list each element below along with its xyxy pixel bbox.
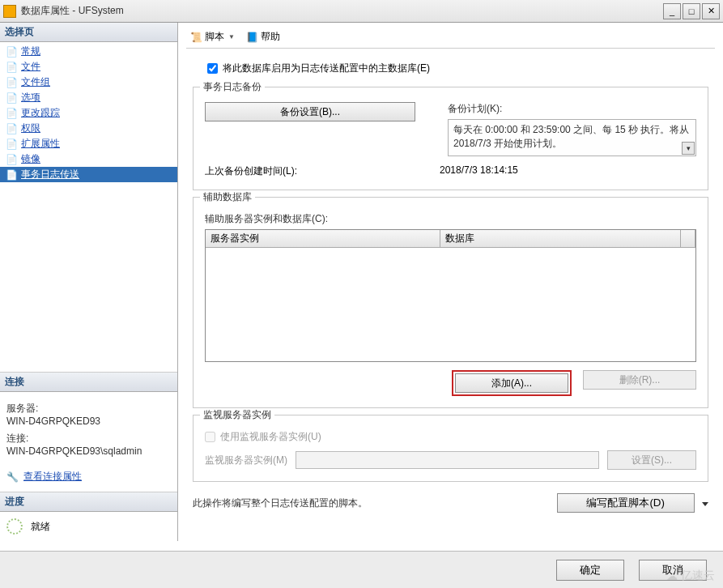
server-label: 服务器: (6, 402, 171, 415)
sidebar: 选择页 📄 常规 📄 文件 📄 文件组 📄 选项 📄 更改跟踪 (0, 23, 178, 541)
page-icon: 📄 (5, 153, 18, 166)
close-button[interactable]: ✕ (702, 3, 720, 19)
enable-primary-label: 将此数据库启用为日志传送配置中的主数据库(E) (223, 62, 430, 75)
secondary-grid: 服务器实例 数据库 (205, 229, 696, 362)
page-icon: 📄 (5, 168, 18, 181)
sidebar-item-files[interactable]: 📄 文件 (0, 59, 177, 75)
content-body: 将此数据库启用为日志传送配置中的主数据库(E) 事务日志备份 备份设置(B)..… (186, 49, 715, 513)
enable-primary-row: 将此数据库启用为日志传送配置中的主数据库(E) (207, 62, 708, 75)
script-label: 脚本 (205, 30, 224, 44)
content-toolbar: 📜 脚本 ▼ 📘 帮助 (186, 26, 715, 49)
sidebar-item-label: 镜像 (21, 152, 40, 166)
secondary-legend: 辅助数据库 (200, 190, 255, 204)
use-monitor-checkbox (205, 432, 215, 442)
cancel-button[interactable]: 取消 (639, 560, 707, 581)
col-spacer (681, 230, 695, 247)
spinner-icon (6, 518, 23, 535)
conn-label: 连接: (6, 432, 171, 445)
sidebar-item-label: 常规 (21, 45, 40, 58)
monitor-legend: 监视服务器实例 (200, 408, 274, 422)
sidebar-item-filegroups[interactable]: 📄 文件组 (0, 75, 177, 90)
progress-area: 就绪 (0, 512, 177, 541)
schedule-box: 每天在 0:00:00 和 23:59:00 之间、每 15 秒 执行。将从 2… (448, 119, 696, 156)
sidebar-item-label: 选项 (21, 91, 40, 104)
sidebar-item-label: 文件 (21, 60, 40, 74)
titlebar: 数据库属性 - UFSystem _ □ ✕ (0, 0, 723, 23)
write-script-button[interactable]: 编写配置脚本(D) (557, 493, 695, 513)
ok-button[interactable]: 确定 (556, 560, 624, 581)
page-icon: 📄 (5, 92, 18, 104)
connection-info: 服务器: WIN-D4GRPQKED93 连接: WIN-D4GRPQKED93… (0, 392, 177, 462)
properties-icon: 🔧 (6, 471, 19, 483)
connection-header: 连接 (0, 373, 177, 392)
backup-settings-button[interactable]: 备份设置(B)... (205, 102, 415, 121)
maximize-button[interactable]: □ (683, 3, 700, 19)
grid-header: 服务器实例 数据库 (206, 230, 695, 248)
window-title: 数据库属性 - UFSystem (21, 4, 663, 18)
page-icon: 📄 (5, 76, 18, 89)
txlog-backup-group: 事务日志备份 备份设置(B)... 备份计划(K): 每天在 0:00:00 和… (193, 87, 708, 190)
sidebar-item-permissions[interactable]: 📄 权限 (0, 121, 177, 136)
page-icon: 📄 (5, 61, 18, 74)
conn-value: WIN-D4GRPQKED93\sqladmin (6, 445, 171, 457)
window-buttons: _ □ ✕ (663, 3, 720, 19)
footer: 确定 取消 (0, 551, 723, 588)
sidebar-item-label: 权限 (21, 121, 40, 135)
page-icon: 📄 (5, 122, 18, 135)
script-button[interactable]: 📜 脚本 ▼ (186, 28, 239, 46)
sidebar-item-extendedprops[interactable]: 📄 扩展属性 (0, 136, 177, 151)
progress-header: 进度 (0, 492, 177, 512)
write-script-label: 编写配置脚本(D) (586, 496, 665, 510)
secondary-label: 辅助服务器实例和数据库(C): (205, 212, 696, 226)
monitor-input (296, 451, 599, 469)
select-page-header: 选择页 (0, 23, 177, 42)
monitor-settings-button: 设置(S)... (607, 450, 696, 470)
note-text: 此操作将编写整个日志传送配置的脚本。 (193, 496, 368, 510)
sidebar-item-label: 更改跟踪 (21, 106, 60, 120)
page-icon: 📄 (5, 45, 18, 58)
col-instance: 服务器实例 (206, 230, 440, 247)
sidebar-item-label: 事务日志传送 (21, 168, 79, 181)
delete-button: 删除(R)... (583, 370, 696, 390)
txlog-legend: 事务日志备份 (200, 80, 265, 94)
monitor-group: 监视服务器实例 使用监视服务器实例(U) 监视服务器实例(M) 设置(S)... (193, 415, 708, 482)
minimize-button[interactable]: _ (663, 3, 681, 19)
help-label: 帮助 (261, 30, 280, 44)
page-icon: 📄 (5, 107, 18, 120)
server-value: WIN-D4GRPQKED93 (6, 415, 171, 427)
schedule-text: 每天在 0:00:00 和 23:59:00 之间、每 15 秒 执行。将从 2… (453, 124, 689, 149)
view-connection-props[interactable]: 🔧 查看连接属性 (6, 470, 171, 484)
monitor-label: 监视服务器实例(M) (205, 454, 287, 467)
sidebar-item-changetracking[interactable]: 📄 更改跟踪 (0, 105, 177, 121)
chevron-down-icon[interactable] (702, 502, 708, 506)
sidebar-item-general[interactable]: 📄 常规 (0, 44, 177, 59)
script-icon: 📜 (190, 32, 202, 43)
view-props-link: 查看连接属性 (23, 470, 82, 484)
use-monitor-label: 使用监视服务器实例(U) (220, 430, 321, 444)
sidebar-item-label: 扩展属性 (21, 137, 60, 151)
app-icon (3, 5, 16, 18)
help-button[interactable]: 📘 帮助 (242, 28, 284, 46)
content: 📜 脚本 ▼ 📘 帮助 将此数据库启用为日志传送配置中的主数据库(E) 事务日志… (178, 23, 723, 541)
page-list: 📄 常规 📄 文件 📄 文件组 📄 选项 📄 更改跟踪 📄 权限 (0, 42, 177, 184)
chevron-down-icon: ▼ (228, 33, 235, 40)
secondary-db-group: 辅助数据库 辅助服务器实例和数据库(C): 服务器实例 数据库 添加(A)...… (193, 197, 708, 408)
grid-body[interactable] (206, 248, 695, 361)
last-backup-value: 2018/7/3 18:14:15 (440, 164, 518, 178)
add-button[interactable]: 添加(A)... (455, 373, 568, 393)
scroll-down-icon[interactable]: ▾ (682, 142, 695, 155)
last-backup-label: 上次备份创建时间(L): (205, 164, 440, 178)
progress-status: 就绪 (31, 520, 50, 534)
sidebar-item-logshipping[interactable]: 📄 事务日志传送 (0, 167, 177, 182)
sidebar-item-label: 文件组 (21, 75, 50, 89)
enable-primary-checkbox[interactable] (207, 63, 218, 74)
help-icon: 📘 (246, 32, 258, 43)
sidebar-item-options[interactable]: 📄 选项 (0, 90, 177, 105)
page-icon: 📄 (5, 138, 18, 151)
add-button-highlight: 添加(A)... (452, 370, 572, 396)
main-area: 选择页 📄 常规 📄 文件 📄 文件组 📄 选项 📄 更改跟踪 (0, 23, 723, 541)
schedule-label: 备份计划(K): (448, 102, 696, 116)
col-database: 数据库 (440, 230, 681, 247)
sidebar-item-mirroring[interactable]: 📄 镜像 (0, 151, 177, 167)
note-row: 此操作将编写整个日志传送配置的脚本。 编写配置脚本(D) (193, 493, 708, 513)
